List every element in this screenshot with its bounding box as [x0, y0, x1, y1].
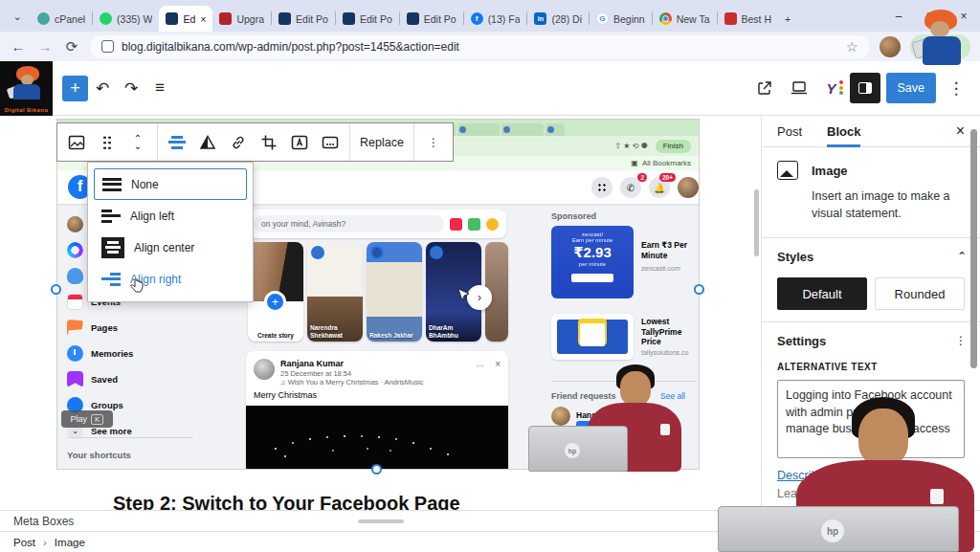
align-button[interactable] — [162, 127, 192, 158]
breadcrumb-post[interactable]: Post — [13, 537, 35, 548]
sidebar-scrollbar[interactable] — [970, 129, 977, 368]
feeling-icon — [486, 218, 499, 231]
sponsored-ad-zencast: zencast/ Earn per minute ₹2.93 per minut… — [551, 226, 634, 298]
fb-nav-memories: Memories — [61, 341, 195, 366]
align-option-none[interactable]: None — [94, 168, 247, 200]
style-default-button[interactable]: Default — [777, 277, 867, 310]
story-avatar — [430, 246, 443, 259]
image-block-icon[interactable] — [61, 127, 92, 158]
post-close-icon: × — [495, 359, 501, 369]
redo-button[interactable]: ↷ — [117, 74, 145, 102]
align-center-icon — [101, 237, 124, 258]
preview-icon[interactable] — [785, 74, 813, 102]
address-bar[interactable]: blog.digitalbikana.com/wp-admin/post.php… — [90, 35, 870, 58]
tab-google[interactable]: GBeginn — [590, 6, 652, 32]
tab-block[interactable]: Block — [827, 116, 860, 147]
resize-handle-left[interactable] — [51, 284, 61, 295]
yoast-seo-icon[interactable]: Y — [819, 76, 844, 100]
resize-handle-right[interactable] — [694, 284, 704, 295]
post-video — [246, 406, 508, 470]
pages-flag-icon — [67, 320, 83, 336]
options-menu-button[interactable]: ⋮ — [942, 74, 970, 102]
canvas-scrollbar[interactable] — [754, 189, 759, 256]
caption-icon[interactable] — [315, 127, 345, 158]
tab-post[interactable]: Post — [777, 116, 802, 147]
align-option-center[interactable]: Align center — [94, 232, 247, 263]
tab-close-icon[interactable]: × — [200, 13, 206, 25]
settings-options-icon[interactable]: ⋮ — [955, 334, 967, 347]
text-over-image-icon[interactable] — [284, 127, 315, 158]
saved-bookmark-icon — [67, 371, 83, 387]
tab-upgrad[interactable]: Upgra — [212, 6, 271, 32]
tab-edit-post-active[interactable]: Ed× — [159, 6, 212, 32]
move-up-down-buttons[interactable]: ⌃⌄ — [122, 127, 153, 158]
tab-edit-post[interactable]: Edit Po — [400, 6, 463, 32]
tab-facebook[interactable]: f(13) Fa — [464, 6, 527, 32]
tab-search-icon[interactable]: ⌄ — [8, 7, 27, 26]
post-avatar — [254, 359, 275, 380]
list-view-button[interactable]: ≡ — [145, 74, 174, 102]
bookmark-star-icon[interactable]: ☆ — [846, 39, 858, 55]
url-text: blog.digitalbikana.com/wp-admin/post.php… — [122, 40, 459, 54]
close-sidebar-icon[interactable]: × — [956, 122, 965, 140]
screen: ⌄ cPanel (335) W Ed× Upgra Edit Po Edit … — [0, 0, 980, 552]
mascot-body — [13, 84, 40, 99]
style-rounded-button[interactable]: Rounded — [875, 277, 965, 310]
presenter-large: hp — [718, 397, 980, 552]
meta-boxes-resize-handle[interactable] — [358, 519, 404, 523]
red-favicon — [724, 12, 737, 25]
tab-edit-post[interactable]: Edit Po — [272, 6, 335, 32]
tab-whatsapp[interactable]: (335) W — [93, 6, 159, 32]
settings-sidebar-toggle[interactable] — [850, 73, 880, 103]
story-card: Rakesh Jakhar — [367, 242, 422, 342]
hp-logo: hp — [821, 519, 844, 542]
tab-edit-post[interactable]: Edit Po — [336, 6, 399, 32]
block-options-button[interactable]: ⋮ — [418, 127, 449, 158]
site-favicon — [278, 12, 291, 25]
save-button[interactable]: Save — [886, 73, 937, 103]
mascot-face — [21, 75, 33, 85]
meta-ai-icon — [67, 242, 83, 258]
new-tab-button[interactable]: + — [778, 6, 805, 32]
resize-handle-bottom[interactable] — [371, 464, 382, 475]
block-inserter-button[interactable]: + — [62, 76, 88, 101]
chrome-favicon — [659, 12, 672, 25]
whatsapp-favicon — [100, 12, 112, 25]
tab-best-h[interactable]: Best H — [718, 6, 779, 32]
hand-cursor — [130, 278, 144, 295]
cpanel-favicon — [37, 12, 50, 25]
digital-bikana-mascot — [907, 10, 976, 77]
collapse-chevron-icon[interactable]: ⌃ — [957, 250, 967, 263]
tab-new-tab[interactable]: New Ta — [653, 6, 717, 32]
hp-logo: hp — [565, 443, 580, 458]
crop-icon[interactable] — [254, 127, 284, 158]
fb-nav-saved: Saved — [61, 366, 195, 392]
site-logo[interactable]: Digital Bikana — [0, 61, 53, 116]
site-security-icon[interactable] — [101, 40, 114, 53]
back-button[interactable]: ← — [10, 38, 27, 55]
align-option-right[interactable]: Align right — [94, 263, 247, 295]
tab-cpanel[interactable]: cPanel — [31, 6, 92, 32]
story-avatar — [370, 246, 384, 259]
undo-button[interactable]: ↶ — [88, 74, 117, 102]
mouse-cursor — [457, 288, 469, 303]
messenger-icon: ✆2 — [620, 177, 641, 198]
reload-button[interactable]: ⟳ — [63, 38, 80, 55]
tab-linkedin[interactable]: in(28) Di — [527, 6, 589, 32]
events-icon — [67, 294, 83, 310]
browser-toolbar: ← → ⟳ blog.digitalbikana.com/wp-admin/po… — [0, 32, 980, 61]
forward-button[interactable]: → — [36, 38, 54, 55]
site-favicon — [166, 12, 178, 25]
profile-avatar[interactable] — [880, 36, 901, 57]
replace-button[interactable]: Replace — [350, 123, 414, 161]
facebook-favicon: f — [471, 12, 483, 25]
drag-handle[interactable] — [92, 127, 122, 158]
browser-tab-strip: ⌄ cPanel (335) W Ed× Upgra Edit Po Edit … — [0, 0, 980, 32]
align-option-left[interactable]: Align left — [94, 200, 247, 232]
duotone-filter-icon[interactable] — [192, 127, 223, 158]
view-post-icon[interactable] — [750, 74, 779, 102]
alignment-dropdown: None Align left Align center Align right — [87, 162, 254, 302]
link-icon[interactable] — [223, 127, 254, 158]
memories-clock-icon — [67, 345, 83, 362]
post-options-icon: … — [476, 359, 485, 368]
